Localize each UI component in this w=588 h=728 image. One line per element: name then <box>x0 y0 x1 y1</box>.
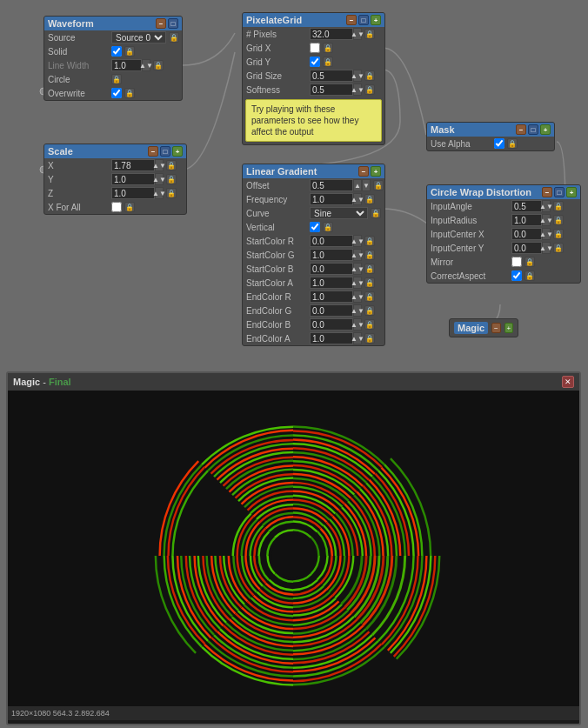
waveform-circle-lock[interactable]: 🔒 <box>111 74 122 84</box>
lineargradient-ecb-input[interactable] <box>310 318 353 331</box>
lineargradient-ecr-input[interactable] <box>310 291 353 303</box>
lineargradient-scb-lock[interactable]: 🔒 <box>364 264 375 274</box>
lineargradient-frequency-spin[interactable]: ▲▼ <box>353 193 362 205</box>
lineargradient-ecb-spin[interactable]: ▲▼ <box>353 318 362 331</box>
circlewrap-mirror-lock[interactable]: 🔒 <box>525 257 535 267</box>
lineargradient-scr-lock[interactable]: 🔒 <box>364 236 375 246</box>
waveform-ctrl1[interactable]: □ <box>168 18 178 29</box>
lineargradient-eca-lock[interactable]: 🔒 <box>364 333 375 344</box>
scale-ctrl2[interactable]: + <box>172 146 183 157</box>
scale-minimize[interactable]: − <box>148 146 158 157</box>
pixelategrid-softness-lock[interactable]: 🔒 <box>364 84 375 95</box>
waveform-solid-lock[interactable]: 🔒 <box>124 46 135 57</box>
lineargradient-frequency-lock[interactable]: 🔒 <box>364 194 375 204</box>
magic-node-plus[interactable]: + <box>504 323 513 333</box>
lineargradient-scb-input[interactable] <box>310 263 353 275</box>
circlewrap-inputcentery-spin[interactable]: ▲▼ <box>542 242 551 254</box>
waveform-linewidth-input[interactable] <box>111 59 142 71</box>
lineargradient-sca-spin[interactable]: ▲▼ <box>353 277 362 289</box>
lineargradient-offset-lock[interactable]: 🔒 <box>373 180 384 190</box>
circlewrap-inputcentery-lock[interactable]: 🔒 <box>553 243 564 253</box>
pixelategrid-gridx-check[interactable] <box>310 43 320 53</box>
lineargradient-vertical-lock[interactable]: 🔒 <box>323 222 333 232</box>
lineargradient-curve-select[interactable]: Sine <box>310 207 368 219</box>
circlewrap-mirror-check[interactable] <box>511 257 522 267</box>
circlewrap-ctrl1[interactable]: □ <box>554 187 565 197</box>
waveform-linewidth-lock[interactable]: 🔒 <box>153 60 164 70</box>
scale-z-lock[interactable]: 🔒 <box>166 188 177 198</box>
lineargradient-eca-input[interactable] <box>310 332 353 344</box>
circlewrap-inputangle-spin[interactable]: ▲▼ <box>542 200 551 212</box>
pixelategrid-gridsize-spin[interactable]: ▲▼ <box>353 70 362 82</box>
pixelategrid-ctrl1[interactable]: □ <box>358 15 369 25</box>
waveform-source-select[interactable]: Source 0 <box>111 31 166 43</box>
scale-x-spin[interactable]: ▲▼ <box>155 159 164 171</box>
mask-usealpha-check[interactable] <box>494 138 504 149</box>
magic-final-close[interactable]: ✕ <box>562 376 574 388</box>
circlewrap-correctaspect-check[interactable] <box>511 270 522 281</box>
lineargradient-minimize[interactable]: − <box>358 166 369 177</box>
lineargradient-ecg-input[interactable] <box>310 304 353 317</box>
lineargradient-scg-lock[interactable]: 🔒 <box>364 250 375 260</box>
circlewrap-ctrl2[interactable]: + <box>566 187 577 197</box>
circlewrap-minimize[interactable]: − <box>542 187 552 197</box>
pixelategrid-pixels-spin[interactable]: ▲▼ <box>353 28 362 40</box>
scale-xforall-check[interactable] <box>111 202 122 212</box>
lineargradient-offset-spin-dn[interactable]: ▼ <box>362 179 371 191</box>
lineargradient-curve-lock[interactable]: 🔒 <box>371 208 381 218</box>
lineargradient-sca-input[interactable] <box>310 277 353 289</box>
lineargradient-scr-spin[interactable]: ▲▼ <box>353 235 362 247</box>
waveform-minimize[interactable]: − <box>156 18 166 29</box>
mask-minimize[interactable]: − <box>516 124 526 135</box>
lineargradient-frequency-input[interactable] <box>310 193 353 205</box>
scale-y-spin[interactable]: ▲▼ <box>155 173 164 185</box>
mask-usealpha-lock[interactable]: 🔒 <box>507 138 518 149</box>
pixelategrid-minimize[interactable]: − <box>346 15 357 25</box>
lineargradient-sca-lock[interactable]: 🔒 <box>364 277 375 288</box>
scale-x-lock[interactable]: 🔒 <box>166 160 177 170</box>
magic-node-minus[interactable]: − <box>491 323 500 333</box>
circlewrap-inputcentery-input[interactable] <box>511 242 542 254</box>
waveform-solid-check[interactable] <box>111 46 122 57</box>
pixelategrid-softness-spin[interactable]: ▲▼ <box>353 83 362 96</box>
lineargradient-ecg-spin[interactable]: ▲▼ <box>353 304 362 317</box>
scale-xforall-lock[interactable]: 🔒 <box>124 202 135 212</box>
mask-ctrl2[interactable]: + <box>540 124 551 135</box>
scale-x-input[interactable] <box>111 159 155 171</box>
lineargradient-offset-spin-up[interactable]: ▲ <box>353 179 362 191</box>
waveform-overwrite-check[interactable] <box>111 88 122 98</box>
circlewrap-inputangle-lock[interactable]: 🔒 <box>553 201 564 211</box>
scale-z-input[interactable] <box>111 187 155 199</box>
waveform-source-lock[interactable]: 🔒 <box>169 32 179 43</box>
pixelategrid-gridy-check[interactable] <box>310 57 320 67</box>
lineargradient-scg-spin[interactable]: ▲▼ <box>353 249 362 261</box>
mask-ctrl1[interactable]: □ <box>528 124 538 135</box>
scale-y-input[interactable] <box>111 173 155 185</box>
lineargradient-scr-input[interactable] <box>310 235 353 247</box>
lineargradient-offset-input[interactable] <box>310 179 353 191</box>
lineargradient-vertical-check[interactable] <box>310 222 320 232</box>
scale-ctrl1[interactable]: □ <box>160 146 170 157</box>
scale-z-spin[interactable]: ▲▼ <box>155 187 164 199</box>
pixelategrid-gridx-lock[interactable]: 🔒 <box>323 43 333 53</box>
pixelategrid-gridsize-input[interactable] <box>310 70 353 82</box>
lineargradient-scg-input[interactable] <box>310 249 353 261</box>
circlewrap-inputcenterx-input[interactable] <box>511 228 542 240</box>
pixelategrid-gridsize-lock[interactable]: 🔒 <box>364 70 375 81</box>
lineargradient-ctrl2[interactable]: + <box>371 166 381 177</box>
lineargradient-ecr-spin[interactable]: ▲▼ <box>353 291 362 303</box>
circlewrap-inputradius-spin[interactable]: ▲▼ <box>542 214 551 226</box>
circlewrap-inputangle-input[interactable] <box>511 200 542 212</box>
pixelategrid-softness-input[interactable] <box>310 83 353 96</box>
scale-y-lock[interactable]: 🔒 <box>166 174 177 184</box>
circlewrap-correctaspect-lock[interactable]: 🔒 <box>525 270 535 281</box>
pixelategrid-pixels-input[interactable] <box>310 28 353 40</box>
waveform-linewidth-spin[interactable]: ▲▼ <box>142 59 150 71</box>
lineargradient-ecg-lock[interactable]: 🔒 <box>364 305 375 316</box>
waveform-overwrite-lock[interactable]: 🔒 <box>124 88 135 98</box>
circlewrap-inputcenterx-spin[interactable]: ▲▼ <box>542 228 551 240</box>
circlewrap-inputcenterx-lock[interactable]: 🔒 <box>553 229 564 239</box>
lineargradient-ecb-lock[interactable]: 🔒 <box>364 319 375 330</box>
lineargradient-eca-spin[interactable]: ▲▼ <box>353 332 362 344</box>
lineargradient-scb-spin[interactable]: ▲▼ <box>353 263 362 275</box>
